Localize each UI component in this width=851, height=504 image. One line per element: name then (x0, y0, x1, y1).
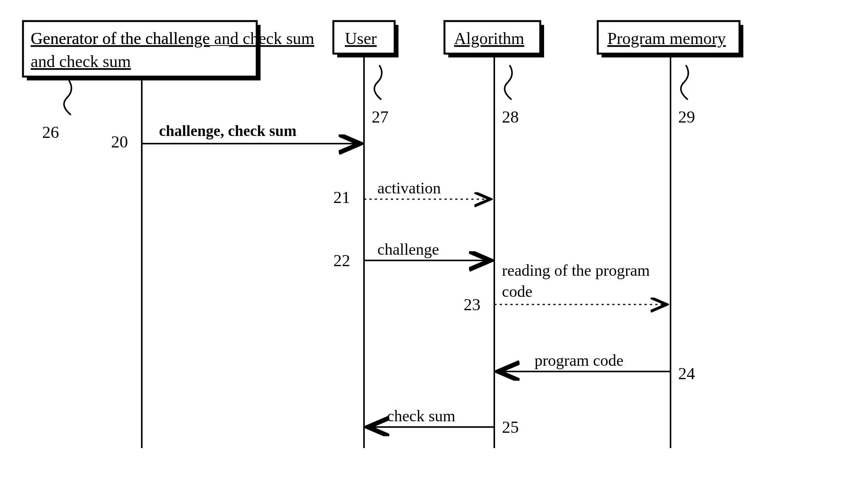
ref-29: 29 (678, 108, 695, 126)
message-25: check sum 25 (368, 407, 519, 437)
svg-text:and check sum: and check sum (31, 52, 131, 71)
svg-text:22: 22 (333, 251, 350, 270)
svg-text:25: 25 (502, 418, 519, 437)
svg-text:reading of the program: reading of the program (502, 262, 650, 279)
user-label: User (345, 29, 377, 48)
svg-text:23: 23 (464, 295, 480, 314)
participant-user: User 27 (333, 21, 398, 448)
memory-label: Program memory (607, 29, 726, 48)
ref-26: 26 (42, 123, 59, 142)
participant-memory: Program memory 29 (598, 21, 743, 448)
ref-27: 27 (372, 108, 389, 126)
participant-algorithm: Algorithm 28 (444, 21, 544, 448)
participant-generator: Generator of the challenge and check sum… (23, 21, 314, 448)
algorithm-label: Algorithm (454, 29, 524, 48)
svg-text:code: code (502, 283, 532, 300)
ref-28: 28 (502, 108, 519, 126)
svg-text:check sum: check sum (387, 407, 456, 425)
svg-text:21: 21 (333, 188, 350, 207)
svg-text:challenge, check sum: challenge, check sum (159, 122, 297, 139)
message-20: 20 challenge, check sum (111, 122, 360, 151)
svg-text:24: 24 (678, 364, 695, 383)
svg-text:activation: activation (377, 179, 441, 197)
message-24: program code 24 (498, 352, 695, 383)
svg-text:Generator of the challenge: Generator of the challenge (31, 29, 210, 48)
message-21: 21 activation (333, 179, 490, 207)
message-22: 22 challenge (333, 241, 490, 270)
svg-text:20: 20 (111, 133, 128, 151)
sequence-diagram: Generator of the challenge and check sum… (0, 0, 851, 504)
svg-text:program code: program code (535, 352, 623, 369)
svg-text:challenge: challenge (377, 241, 439, 258)
